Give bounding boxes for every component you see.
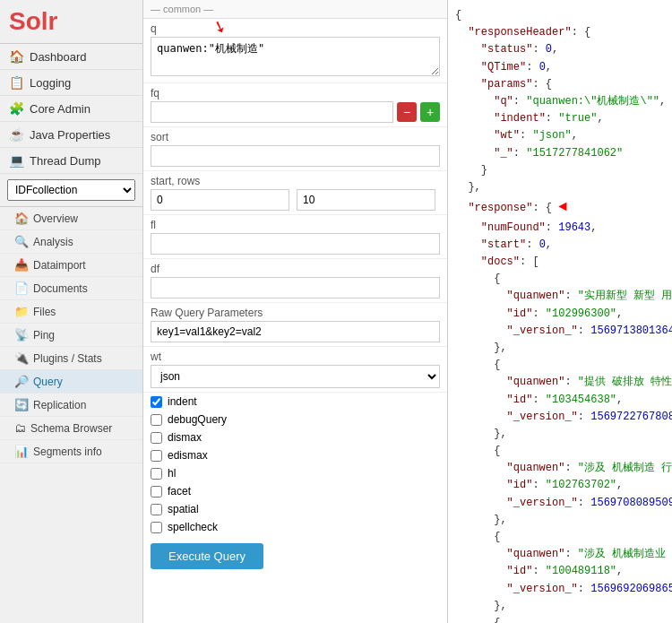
sidebar-item-java-properties[interactable]: ☕ Java Properties bbox=[0, 122, 142, 148]
core-admin-label: Core Admin bbox=[30, 102, 90, 116]
df-label: df bbox=[151, 263, 440, 275]
raw-params-label: Raw Query Parameters bbox=[151, 307, 440, 319]
fq-label: fq bbox=[151, 87, 440, 100]
sidebar: Solr 🏠 Dashboard 📋 Logging 🧩 Core Admin … bbox=[0, 0, 143, 623]
spatial-checkbox[interactable] bbox=[151, 504, 162, 515]
start-rows-row bbox=[151, 189, 440, 211]
raw-params-group: Raw Query Parameters bbox=[143, 303, 447, 347]
fq-input[interactable] bbox=[151, 101, 393, 123]
execute-query-button[interactable]: Execute Query bbox=[151, 543, 263, 569]
dashboard-label: Dashboard bbox=[30, 50, 87, 64]
sidebar-item-replication[interactable]: 🔄 Replication bbox=[0, 394, 142, 417]
start-input[interactable] bbox=[151, 189, 289, 211]
logging-label: Logging bbox=[30, 76, 71, 90]
spellcheck-checkbox[interactable] bbox=[151, 522, 162, 533]
collection-select-wrap: IDFcollection bbox=[0, 174, 142, 207]
wt-label: wt bbox=[151, 350, 440, 363]
start-rows-label: start, rows bbox=[151, 175, 440, 187]
facet-label: facet bbox=[168, 485, 191, 498]
sidebar-item-files[interactable]: 📁 Files bbox=[0, 300, 142, 324]
hl-row: hl bbox=[143, 464, 447, 482]
facet-row: facet bbox=[143, 482, 447, 500]
thread-dump-label: Thread Dump bbox=[30, 154, 100, 168]
sort-label: sort bbox=[151, 131, 440, 143]
ping-icon: 📡 bbox=[14, 328, 29, 342]
core-admin-icon: 🧩 bbox=[9, 101, 24, 116]
facet-checkbox[interactable] bbox=[151, 486, 162, 498]
fq-group: fq − + bbox=[143, 83, 447, 127]
debug-query-checkbox[interactable] bbox=[151, 414, 162, 426]
section-common: common bbox=[143, 0, 447, 19]
indent-label: indent bbox=[168, 395, 197, 408]
java-properties-label: Java Properties bbox=[30, 128, 110, 142]
documents-icon: 📄 bbox=[14, 281, 29, 295]
segments-info-icon: 📊 bbox=[14, 445, 29, 458]
dashboard-icon: 🏠 bbox=[9, 49, 24, 64]
thread-dump-icon: 💻 bbox=[9, 153, 24, 168]
fl-group: fl bbox=[143, 215, 447, 259]
sidebar-item-segments-info[interactable]: 📊 Segments info bbox=[0, 440, 142, 463]
dataimport-icon: 📥 bbox=[14, 258, 29, 272]
hl-label: hl bbox=[168, 467, 176, 480]
indent-checkbox[interactable] bbox=[151, 396, 162, 408]
debug-query-row: debugQuery bbox=[143, 411, 447, 428]
query-panel: common q ➘ fq − + sort start, rows bbox=[143, 0, 448, 623]
sidebar-item-schema-browser[interactable]: 🗂 Schema Browser bbox=[0, 417, 142, 440]
sidebar-item-overview[interactable]: 🏠 Overview bbox=[0, 207, 142, 230]
sort-group: sort bbox=[143, 127, 447, 171]
q-input[interactable] bbox=[151, 37, 440, 76]
sidebar-item-plugins-stats[interactable]: 🔌 Plugins / Stats bbox=[0, 347, 142, 370]
df-input[interactable] bbox=[151, 277, 440, 299]
sidebar-item-analysis[interactable]: 🔍 Analysis bbox=[0, 230, 142, 254]
sidebar-item-dataimport[interactable]: 📥 Dataimport bbox=[0, 254, 142, 277]
logo: Solr bbox=[0, 0, 142, 44]
overview-icon: 🏠 bbox=[14, 212, 29, 225]
sidebar-item-dashboard[interactable]: 🏠 Dashboard bbox=[0, 44, 142, 70]
result-panel: { "responseHeader": { "status": 0, "QTim… bbox=[448, 0, 672, 623]
dismax-label: dismax bbox=[168, 431, 202, 444]
dismax-checkbox[interactable] bbox=[151, 432, 162, 444]
sidebar-item-documents[interactable]: 📄 Documents bbox=[0, 277, 142, 300]
fq-row: − + bbox=[151, 101, 440, 123]
q-label: q bbox=[151, 22, 440, 35]
fq-remove-button[interactable]: − bbox=[397, 102, 417, 122]
schema-browser-icon: 🗂 bbox=[14, 421, 26, 435]
files-icon: 📁 bbox=[14, 305, 29, 318]
edismax-label: edismax bbox=[168, 449, 208, 462]
fl-input[interactable] bbox=[151, 233, 440, 255]
rows-input[interactable] bbox=[297, 189, 435, 211]
logging-icon: 📋 bbox=[9, 75, 24, 90]
spatial-row: spatial bbox=[143, 500, 447, 518]
edismax-checkbox[interactable] bbox=[151, 450, 162, 462]
replication-icon: 🔄 bbox=[14, 398, 29, 411]
q-group: q ➘ bbox=[143, 19, 447, 83]
main-content: common q ➘ fq − + sort start, rows bbox=[143, 0, 672, 623]
q-arrow-annotation: ➘ bbox=[211, 15, 230, 39]
raw-params-input[interactable] bbox=[151, 321, 440, 342]
query-icon: 🔎 bbox=[14, 375, 29, 388]
java-properties-icon: ☕ bbox=[9, 127, 24, 142]
start-rows-group: start, rows bbox=[143, 171, 447, 215]
spellcheck-row: spellcheck bbox=[143, 518, 447, 536]
edismax-row: edismax bbox=[143, 446, 447, 464]
debug-query-label: debugQuery bbox=[168, 413, 227, 426]
collection-select[interactable]: IDFcollection bbox=[7, 179, 135, 201]
sidebar-item-core-admin[interactable]: 🧩 Core Admin bbox=[0, 96, 142, 122]
sidebar-item-query[interactable]: 🔎 Query bbox=[0, 370, 142, 394]
fl-label: fl bbox=[151, 219, 440, 231]
result-json: { "responseHeader": { "status": 0, "QTim… bbox=[455, 7, 665, 623]
df-group: df bbox=[143, 259, 447, 303]
indent-row: indent bbox=[143, 393, 447, 411]
sort-input[interactable] bbox=[151, 145, 440, 167]
sidebar-item-thread-dump[interactable]: 💻 Thread Dump bbox=[0, 148, 142, 174]
hl-checkbox[interactable] bbox=[151, 468, 162, 480]
sidebar-item-ping[interactable]: 📡 Ping bbox=[0, 324, 142, 347]
wt-select[interactable]: json xml csv bbox=[151, 365, 440, 388]
dismax-row: dismax bbox=[143, 428, 447, 446]
sidebar-item-logging[interactable]: 📋 Logging bbox=[0, 70, 142, 96]
plugins-icon: 🔌 bbox=[14, 351, 29, 365]
wt-group: wt json xml csv bbox=[143, 347, 447, 393]
fq-add-button[interactable]: + bbox=[420, 102, 440, 122]
spatial-label: spatial bbox=[168, 503, 199, 515]
analysis-icon: 🔍 bbox=[14, 235, 29, 248]
